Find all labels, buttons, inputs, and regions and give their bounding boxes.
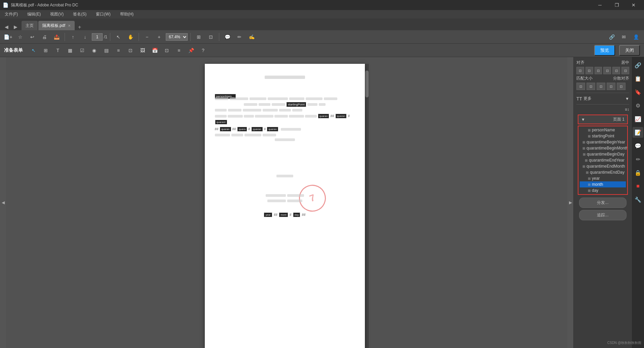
scroll-thumb[interactable] bbox=[365, 71, 369, 97]
left-panel-toggle[interactable]: ◀ bbox=[0, 57, 6, 348]
comment-button[interactable]: 💬 bbox=[222, 32, 233, 42]
radio-button[interactable]: ◉ bbox=[89, 45, 100, 56]
distribute-button[interactable]: 分发... bbox=[579, 198, 627, 208]
preview-button[interactable]: 预览 bbox=[594, 45, 615, 56]
tree-node-quarantimeEndMonth[interactable]: ⊞ quarantimeEndMonth bbox=[580, 163, 626, 169]
right-icon-7[interactable]: ✏ bbox=[633, 154, 643, 165]
tree-expand-icon[interactable]: ▼ bbox=[581, 117, 585, 122]
vertical-scrollbar[interactable] bbox=[365, 64, 369, 348]
menu-window[interactable]: 窗口(W) bbox=[94, 11, 112, 18]
day-field[interactable]: day bbox=[293, 213, 300, 217]
help-button[interactable]: ? bbox=[198, 45, 209, 56]
text-field-button[interactable]: T bbox=[52, 45, 63, 56]
date-field-button[interactable]: 📅 bbox=[149, 45, 160, 56]
add-file-button[interactable]: 📄+ bbox=[3, 32, 13, 42]
prev-page-button[interactable]: ↑ bbox=[68, 32, 78, 42]
right-icon-9[interactable]: ■ bbox=[633, 181, 643, 191]
scan-button[interactable]: ⊡ bbox=[205, 32, 216, 42]
tree-node-quarantimeEndYear[interactable]: ⊞ quarantimeEndYear bbox=[580, 157, 626, 163]
sign-field-button[interactable]: ⊡ bbox=[161, 45, 172, 56]
align-mid-btn[interactable]: ⊡ bbox=[612, 67, 620, 74]
pen-button[interactable]: ✏ bbox=[234, 32, 245, 42]
page-number-input[interactable] bbox=[92, 33, 103, 41]
new-field-button[interactable]: ⊞ bbox=[40, 45, 51, 56]
right-panel-toggle[interactable]: ▶ bbox=[567, 57, 573, 348]
sort-icon[interactable]: ≡↕ bbox=[625, 107, 629, 112]
align-left-btn[interactable]: ⊡ bbox=[576, 67, 584, 74]
pin-button[interactable]: 📌 bbox=[186, 45, 196, 56]
next-page-button[interactable]: ↓ bbox=[80, 32, 90, 42]
right-icon-1[interactable]: 🔗 bbox=[633, 60, 643, 71]
bookmark-button[interactable]: ☆ bbox=[15, 32, 26, 42]
window-controls[interactable]: ─ ❐ ✕ bbox=[592, 0, 641, 10]
select-tool[interactable]: ↖ bbox=[28, 45, 39, 56]
email-button[interactable]: ✉ bbox=[618, 32, 629, 42]
quaran-tag-4[interactable]: quaran bbox=[220, 127, 231, 131]
menu-edit[interactable]: 编辑(E) bbox=[25, 11, 43, 18]
checkbox-button[interactable]: ☑ bbox=[77, 45, 87, 56]
menu-sign[interactable]: 签名(S) bbox=[71, 11, 88, 18]
align-center-btn[interactable]: ⊡ bbox=[585, 67, 593, 74]
menu-view[interactable]: 视图(V) bbox=[48, 11, 66, 18]
match-both-btn[interactable]: ⊡ bbox=[597, 83, 605, 90]
year-field[interactable]: year bbox=[264, 213, 272, 217]
tree-node-day[interactable]: ⊞ day bbox=[580, 187, 626, 193]
right-icon-10[interactable]: 🔧 bbox=[633, 194, 643, 205]
match-h-btn[interactable]: ⊡ bbox=[586, 83, 595, 90]
starting-point-field[interactable]: startingPoint bbox=[287, 102, 306, 107]
list-button[interactable]: ≡ bbox=[113, 45, 124, 56]
tree-node-quarantimeBeginDay[interactable]: ⊞ quarantimeBeginDay bbox=[580, 151, 626, 157]
menu-help[interactable]: 帮助(H) bbox=[118, 11, 136, 18]
right-icon-3[interactable]: 🔖 bbox=[633, 87, 643, 97]
zoom-select[interactable]: 67.4% 50% 75% 100% bbox=[166, 33, 188, 41]
quaran-tag-6[interactable]: quaran bbox=[252, 127, 263, 131]
tab-pdf[interactable]: 隔离模板.pdf ✕ bbox=[38, 21, 75, 30]
tab-close-icon[interactable]: ✕ bbox=[68, 24, 71, 28]
dist-v-btn[interactable]: ⊡ bbox=[617, 83, 626, 90]
tab-prev-button[interactable]: ◀ bbox=[3, 24, 10, 30]
image-field-button[interactable]: 🖼 bbox=[137, 45, 148, 56]
close-form-button[interactable]: 关闭 bbox=[619, 45, 640, 56]
back-button[interactable]: ↩ bbox=[27, 32, 38, 42]
align-top-btn[interactable]: ⊡ bbox=[603, 67, 611, 74]
user-button[interactable]: 👤 bbox=[631, 32, 641, 42]
quaran-tag-3[interactable]: quarant bbox=[215, 120, 227, 124]
hand-tool-button[interactable]: ✋ bbox=[125, 32, 136, 42]
month-field-bottom[interactable]: mont bbox=[279, 213, 288, 217]
zoom-in-button[interactable]: + bbox=[154, 32, 164, 42]
right-icon-4[interactable]: ⚙ bbox=[633, 100, 643, 111]
new-tab-button[interactable]: + bbox=[75, 24, 84, 30]
more-label[interactable]: 更多 bbox=[583, 96, 592, 101]
tab-nav[interactable]: ◀ ▶ bbox=[3, 24, 20, 30]
quaran-tag-1[interactable]: quaran bbox=[318, 114, 329, 118]
barcode-button[interactable]: ▦ bbox=[65, 45, 75, 56]
track-button[interactable]: 追踪... bbox=[579, 210, 627, 220]
quaran-tag-7[interactable]: quaran bbox=[267, 127, 278, 131]
tab-home[interactable]: 主页 bbox=[22, 21, 38, 30]
quaran-tag-5[interactable]: quara bbox=[237, 127, 247, 131]
match-w-btn[interactable]: ⊡ bbox=[576, 83, 585, 90]
right-icon-6[interactable]: 💬 bbox=[633, 140, 643, 151]
tab-next-button[interactable]: ▶ bbox=[12, 24, 20, 30]
align-right-btn[interactable]: ⊡ bbox=[595, 67, 602, 74]
tree-node-quarantimeEndDay[interactable]: ⊞ quarantimeEndDay bbox=[580, 169, 626, 175]
quaran-tag-2[interactable]: quaran bbox=[336, 114, 347, 118]
align-bottom-btn[interactable]: ⊡ bbox=[621, 67, 629, 74]
print-button[interactable]: 🖨 bbox=[39, 32, 50, 42]
maximize-button[interactable]: ❐ bbox=[609, 0, 624, 10]
right-icon-8[interactable]: 🔒 bbox=[633, 167, 643, 178]
link-button[interactable]: 🔗 bbox=[606, 32, 617, 42]
minimize-button[interactable]: ─ bbox=[592, 0, 608, 10]
more-tools-button[interactable]: ≡ bbox=[174, 45, 184, 56]
zoom-out-button[interactable]: − bbox=[142, 32, 152, 42]
tree-node-month[interactable]: ⊞ month bbox=[580, 181, 626, 187]
tree-node-personName[interactable]: ⊞ personName bbox=[580, 127, 626, 133]
close-button[interactable]: ✕ bbox=[626, 0, 641, 10]
select-tool-button[interactable]: ↖ bbox=[113, 32, 124, 42]
right-icon-5[interactable]: 📈 bbox=[633, 114, 643, 124]
tree-node-year[interactable]: ⊞ year bbox=[580, 175, 626, 181]
tree-node-quarantimeBeginMonth[interactable]: ⊞ quarantimeBeginMonth bbox=[580, 145, 626, 151]
menu-file[interactable]: 文件(F) bbox=[3, 11, 20, 18]
button-field-button[interactable]: ⊡ bbox=[125, 45, 136, 56]
tree-node-quarantimeBeginYear[interactable]: ⊞ quarantimeBeginYear bbox=[580, 139, 626, 145]
